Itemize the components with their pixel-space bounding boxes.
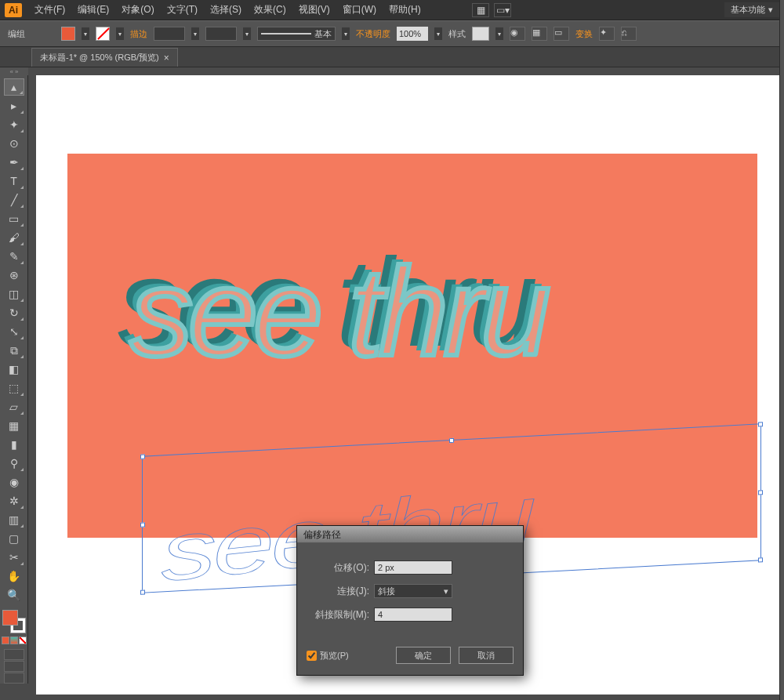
dialog-title-bar[interactable]: 偏移路径 (297, 526, 523, 543)
opacity-dropdown[interactable]: ▾ (434, 27, 442, 40)
fill-dropdown[interactable]: ▾ (82, 27, 89, 40)
workspace-switcher[interactable]: 基本功能 ▾ (724, 2, 779, 17)
zoom-tool[interactable]: 🔍 (4, 586, 24, 604)
pencil-tool[interactable]: ✎ (4, 248, 24, 265)
toolbox: ▴ ▸ ✦ ⊙ ✒ T ╱ ▭ 🖌 ✎ ⊛ ◫ ↻ ⤡ ⧉ ◧ ⬚ ▱ ▦ ▮ … (0, 75, 28, 684)
layout-icon[interactable]: ▦ (472, 3, 489, 17)
rotate-tool[interactable]: ↻ (4, 304, 24, 321)
style-label: 样式 (448, 28, 466, 40)
symbol-sprayer-tool[interactable]: ✲ (4, 492, 24, 510)
arrange-icon[interactable]: ▭▾ (494, 3, 511, 17)
brush-dropdown[interactable]: ▾ (342, 27, 350, 40)
color-mode-none[interactable] (19, 637, 27, 644)
slice-tool[interactable]: ✂ (4, 549, 24, 566)
hand-tool[interactable]: ✋ (4, 568, 24, 585)
align-icon[interactable]: ▦ (532, 27, 547, 41)
menu-file[interactable]: 文件(F) (28, 3, 71, 16)
join-select[interactable]: 斜接 ▾ (374, 584, 452, 598)
menu-select[interactable]: 选择(S) (204, 3, 248, 16)
blob-brush-tool[interactable]: ⊛ (4, 267, 24, 284)
handle-bottom-left[interactable] (140, 589, 145, 594)
draw-mode-behind[interactable] (4, 661, 24, 672)
recolor-icon[interactable]: ◉ (510, 27, 525, 41)
eyedropper-tool[interactable]: ⚲ (4, 455, 24, 472)
type-tool[interactable]: T (4, 172, 24, 190)
dialog-body: 位移(O): 连接(J): 斜接 ▾ 斜接限制(M): (297, 543, 523, 640)
lasso-tool[interactable]: ⊙ (4, 135, 24, 152)
chevron-down-icon: ▾ (768, 5, 773, 15)
stroke-weight-field[interactable] (154, 27, 185, 41)
offset-path-dialog: 偏移路径 位移(O): 连接(J): 斜接 ▾ 斜接限制(M): 预览(P) 确… (296, 525, 524, 676)
handle-mid-left[interactable] (140, 522, 145, 527)
preview-checkbox-input[interactable] (307, 651, 317, 661)
right-panel-dock[interactable] (779, 0, 784, 700)
fill-indicator[interactable] (2, 610, 18, 626)
transform-link[interactable]: 变换 (575, 28, 593, 40)
line-tool[interactable]: ╱ (4, 191, 24, 209)
color-mode-gradient[interactable] (10, 637, 18, 644)
menu-effect[interactable]: 效果(C) (248, 3, 292, 16)
shape-icon[interactable]: ▭ (554, 27, 569, 41)
draw-mode-normal[interactable] (4, 649, 24, 660)
menu-help[interactable]: 帮助(H) (383, 3, 427, 16)
perspective-tool[interactable]: ▱ (4, 398, 24, 415)
handle-top-left[interactable] (140, 454, 145, 459)
handle-top-mid[interactable] (449, 438, 454, 443)
pen-tool[interactable]: ✒ (4, 154, 24, 171)
graph-tool[interactable]: ▥ (4, 511, 24, 528)
offset-input[interactable] (374, 560, 452, 575)
width-tool[interactable]: ⧉ (4, 342, 24, 359)
free-transform-tool[interactable]: ◧ (4, 361, 24, 378)
magic-wand-tool[interactable]: ✦ (4, 116, 24, 133)
menu-edit[interactable]: 编辑(E) (71, 3, 115, 16)
eraser-tool[interactable]: ◫ (4, 285, 24, 303)
ok-button[interactable]: 确定 (396, 647, 451, 664)
blend-tool[interactable]: ◉ (4, 473, 24, 491)
miter-input[interactable] (374, 608, 452, 622)
color-mode-row (2, 637, 27, 644)
stroke-color-swatch[interactable] (96, 27, 110, 41)
menu-window[interactable]: 窗口(W) (336, 3, 383, 16)
mesh-tool[interactable]: ▦ (4, 417, 24, 434)
toolbox-collapse[interactable]: « » (0, 67, 28, 75)
menu-object[interactable]: 对象(O) (115, 3, 160, 16)
join-value: 斜接 (378, 586, 395, 597)
handle-top-right[interactable] (758, 422, 763, 426)
menu-view[interactable]: 视图(V) (292, 3, 336, 16)
toolbox-container: « » ▴ ▸ ✦ ⊙ ✒ T ╱ ▭ 🖌 ✎ ⊛ ◫ ↻ ⤡ ⧉ ◧ ⬚ ▱ … (0, 67, 28, 700)
preview-checkbox[interactable]: 预览(P) (307, 650, 349, 662)
opacity-field[interactable]: 100% (397, 27, 428, 41)
tab-close-icon[interactable]: × (164, 53, 169, 63)
variable-width-field[interactable] (205, 27, 237, 41)
menu-type[interactable]: 文字(T) (161, 3, 204, 16)
artboard-tool[interactable]: ▢ (4, 530, 24, 547)
isolate-icon[interactable]: ✦ (599, 27, 615, 41)
brush-label: 基本 (314, 28, 332, 40)
cancel-button[interactable]: 取消 (459, 647, 514, 664)
handle-bottom-right[interactable] (758, 557, 763, 562)
brush-definition[interactable]: 基本 (257, 27, 336, 41)
workspace-label: 基本功能 (731, 4, 765, 16)
stroke-link[interactable]: 描边 (130, 28, 147, 40)
fill-stroke-indicator[interactable] (2, 610, 26, 633)
paintbrush-tool[interactable]: 🖌 (4, 229, 24, 246)
stroke-weight-dropdown[interactable]: ▾ (191, 27, 199, 40)
ungroup-icon[interactable]: ⎌ (621, 27, 637, 41)
stroke-dropdown[interactable]: ▾ (116, 27, 124, 40)
handle-mid-right[interactable] (758, 490, 763, 495)
graphic-style-swatch[interactable] (472, 27, 489, 41)
rectangle-tool[interactable]: ▭ (4, 210, 24, 227)
gradient-tool[interactable]: ▮ (4, 436, 24, 453)
preview-label: 预览(P) (320, 650, 349, 662)
selection-tool[interactable]: ▴ (4, 78, 24, 96)
fill-color-swatch[interactable] (61, 27, 75, 41)
opacity-link[interactable]: 不透明度 (356, 28, 390, 40)
color-mode-solid[interactable] (2, 637, 9, 644)
scale-tool[interactable]: ⤡ (4, 323, 24, 340)
screen-mode[interactable] (4, 673, 24, 684)
variable-width-dropdown[interactable]: ▾ (243, 27, 251, 40)
direct-selection-tool[interactable]: ▸ (4, 97, 24, 114)
shape-builder-tool[interactable]: ⬚ (4, 379, 24, 397)
style-dropdown[interactable]: ▾ (495, 27, 503, 40)
document-tab[interactable]: 未标题-1* @ 150% (RGB/预览) × (31, 48, 178, 67)
